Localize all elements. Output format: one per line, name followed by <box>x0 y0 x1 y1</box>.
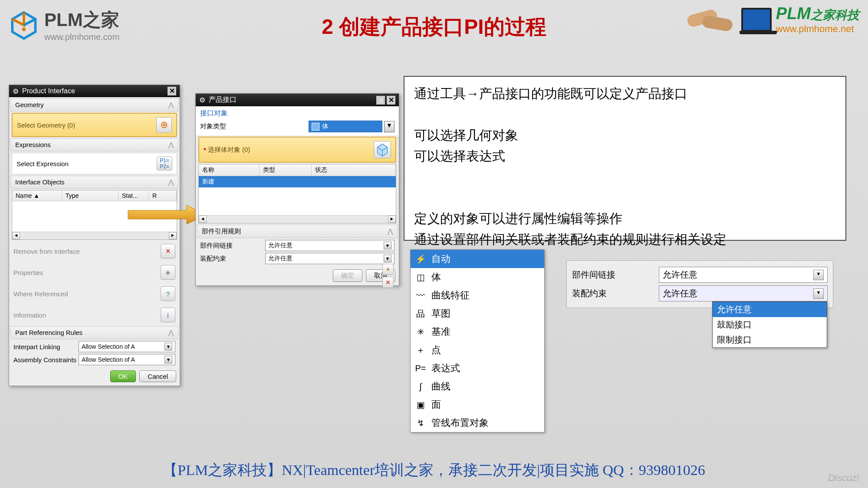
menu-item-1[interactable]: ◫体 <box>411 268 544 286</box>
dropdown-icon: ▼ <box>384 242 391 249</box>
dropdown-icon: ▼ <box>384 255 391 262</box>
titlebar[interactable]: ⚙ 产品接口 ɔ ✕ <box>196 94 399 106</box>
properties-button[interactable]: ◈ <box>161 265 175 280</box>
interpart-select[interactable]: 允许任意▼ <box>265 240 395 251</box>
table-body[interactable]: 新建 <box>199 176 396 215</box>
menu-item-label: 基准 <box>431 325 450 338</box>
chevron-up-icon: ⋀ <box>168 178 174 186</box>
dropdown-option[interactable]: 鼓励接口 <box>713 317 827 332</box>
assembly-label: 装配约束 <box>572 288 659 299</box>
select-expression-row[interactable]: Select Expression P1=P2= <box>12 153 177 174</box>
menu-item-5[interactable]: ＋点 <box>411 341 544 359</box>
target-icon[interactable]: ⊕ <box>156 117 172 133</box>
dialog-buttons: 确定 取消 <box>196 266 399 285</box>
remove-button[interactable]: ✕ <box>161 244 175 259</box>
interpart-linking-row: 部件间链接 允许任意▼ <box>572 267 828 283</box>
handshake-icon <box>685 4 741 35</box>
properties-row: Properties◈ <box>12 262 177 282</box>
cancel-button[interactable]: Cancel <box>139 370 176 382</box>
info-line: 通过工具→产品接口的功能既可以定义产品接口 <box>414 83 836 104</box>
assembly-dropdown-list: 允许任意鼓励接口限制接口 <box>712 301 827 348</box>
menu-item-icon: ▣ <box>415 399 426 410</box>
delete-button[interactable]: ✕ <box>382 277 394 288</box>
table-header[interactable]: Name ▲ Type Stat... R <box>12 190 177 201</box>
dialog-title: Product Interface <box>22 87 75 95</box>
menu-item-7[interactable]: ∫曲线 <box>411 377 544 396</box>
menu-item-label: 表达式 <box>431 362 460 375</box>
col-status[interactable]: Stat... <box>118 190 149 201</box>
object-type-select[interactable]: 体 <box>309 121 382 132</box>
h-scrollbar[interactable]: ◄► <box>12 232 177 239</box>
section-expressions[interactable]: Expressions⋀ <box>10 138 178 151</box>
menu-item-icon: P= <box>415 363 426 374</box>
menu-item-2[interactable]: 〰曲线特征 <box>411 286 544 305</box>
menu-item-label: 自动 <box>431 252 450 265</box>
interpart-select[interactable]: 允许任意▼ <box>659 267 828 283</box>
logo-url: www.plmhome.com <box>44 32 119 42</box>
menu-item-4[interactable]: ✳基准 <box>411 323 544 341</box>
col-r[interactable]: R <box>149 190 177 201</box>
select-body-row[interactable]: 选择体对象 (0) <box>198 137 396 163</box>
select-geometry-label: Select Geometry (0) <box>17 121 75 129</box>
cube-icon <box>312 123 319 131</box>
interpart-label: 部件间链接 <box>200 242 265 250</box>
where-ref-button[interactable]: ? <box>161 286 175 301</box>
ok-button[interactable]: 确定 <box>333 269 362 282</box>
chevron-up-icon: ⋀ <box>388 227 393 236</box>
info-line: 可以选择几何对象 <box>414 125 836 146</box>
section-part-rules[interactable]: Part Referencing Rules⋀ <box>10 326 178 339</box>
info-line: 定义的对象可以进行属性编辑等操作 <box>414 208 836 229</box>
dropdown-button[interactable]: ▼ <box>384 121 395 132</box>
menu-item-label: 面 <box>431 398 441 411</box>
table-row[interactable]: 新建 <box>199 176 396 187</box>
menu-item-icon: ↯ <box>415 417 426 429</box>
find-icon[interactable]: ɔ <box>376 96 385 105</box>
menu-item-3[interactable]: 品草图 <box>411 305 544 323</box>
section-part-rules[interactable]: 部件引用规则⋀ <box>197 225 398 238</box>
table-header[interactable]: 名称 类型 状态 <box>199 164 396 176</box>
assembly-select[interactable]: Allow Selection of A▼ <box>79 354 175 365</box>
col-name[interactable]: 名称 <box>199 164 260 176</box>
menu-item-0[interactable]: ⚡自动 <box>411 250 544 268</box>
close-button[interactable]: ✕ <box>387 96 395 105</box>
section-interface-objects[interactable]: Interface Objects⋀ <box>10 176 178 189</box>
menu-item-label: 曲线特征 <box>431 289 470 302</box>
dropdown-icon: ▼ <box>164 343 172 350</box>
select-geometry-row[interactable]: Select Geometry (0) ⊕ <box>12 113 177 137</box>
header-right: PLM之家科技 www.plmhome.net <box>685 4 859 35</box>
product-interface-dialog-cn: ⚙ 产品接口 ɔ ✕ 接口对象 对象类型 体 ▼ 选择体对象 (0) 名称 类型… <box>195 93 399 286</box>
col-type[interactable]: 类型 <box>260 164 312 176</box>
assembly-select[interactable]: 允许任意▼ <box>265 253 395 264</box>
section-geometry[interactable]: Geometry⋀ <box>10 98 178 111</box>
col-type[interactable]: Type <box>62 190 118 201</box>
col-status[interactable]: 状态 <box>312 164 396 176</box>
ok-button[interactable]: OK <box>110 370 136 382</box>
menu-item-icon: 品 <box>415 308 426 319</box>
dialog-title: 产品接口 <box>209 95 237 105</box>
close-button[interactable]: ✕ <box>168 87 176 95</box>
menu-item-icon: ∫ <box>415 381 426 392</box>
menu-item-6[interactable]: P=表达式 <box>411 359 544 377</box>
menu-item-8[interactable]: ▣面 <box>411 396 544 414</box>
menu-item-9[interactable]: ↯管线布置对象 <box>411 414 544 432</box>
titlebar[interactable]: ⚙ Product Interface ✕ <box>9 85 180 97</box>
dropdown-option[interactable]: 限制接口 <box>713 332 827 347</box>
right-logo: PLM之家科技 <box>776 4 859 23</box>
menu-item-label: 点 <box>431 344 441 357</box>
assembly-constraints-row: 装配约束 允许任意▼ <box>200 253 395 264</box>
table-side-buttons: ✦ ✕ <box>382 264 394 288</box>
menu-item-icon: ◫ <box>415 272 426 283</box>
interpart-select[interactable]: Allow Selection of A▼ <box>79 341 175 352</box>
assembly-select[interactable]: 允许任意▼ <box>659 285 828 301</box>
h-scrollbar[interactable]: ◄► <box>199 215 396 223</box>
expression-icon[interactable]: P1=P2= <box>157 157 172 170</box>
add-button[interactable]: ✦ <box>382 264 394 275</box>
col-name[interactable]: Name ▲ <box>12 190 62 201</box>
object-type-menu: ⚡自动◫体〰曲线特征品草图✳基准＋点P=表达式∫曲线▣面↯管线布置对象 <box>410 249 545 432</box>
body-icon[interactable] <box>374 141 391 158</box>
dropdown-option[interactable]: 允许任意 <box>713 302 827 317</box>
menu-item-icon: 〰 <box>415 290 426 301</box>
menu-item-icon: ✳ <box>415 326 426 337</box>
menu-item-label: 体 <box>431 271 441 284</box>
information-button[interactable]: i <box>161 308 175 322</box>
